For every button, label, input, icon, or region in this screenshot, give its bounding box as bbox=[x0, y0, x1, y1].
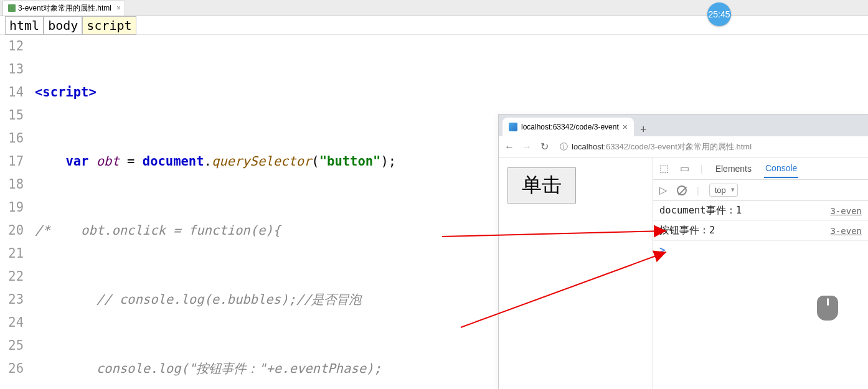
line-number: 21 bbox=[0, 242, 24, 265]
console-message: 按钮事件：2 bbox=[659, 224, 830, 237]
browser-tab-title: localhost:63342/code/3-event bbox=[521, 123, 619, 131]
browser-tab-bar: localhost:63342/code/3-event × + bbox=[499, 115, 868, 136]
timer-badge: 25:45 bbox=[707, 2, 731, 26]
browser-window: localhost:63342/code/3-event × + ← → ↻ ⓘ… bbox=[498, 114, 868, 389]
console-row[interactable]: 按钮事件：2 3-even bbox=[653, 221, 868, 241]
code-token: querySelector bbox=[212, 154, 311, 169]
devtools-tabs: ⬚ ▭ | Elements Console bbox=[653, 157, 868, 180]
line-number: 17 bbox=[0, 150, 24, 173]
inspect-icon[interactable]: ⬚ bbox=[659, 162, 669, 174]
console-output[interactable]: document事件：1 3-even 按钮事件：2 3-even > bbox=[653, 201, 868, 389]
code-token: ( bbox=[311, 154, 319, 169]
code-comment: console.log("按钮事件："+e.eventPhase); bbox=[35, 361, 382, 376]
page-viewport[interactable]: 单击 bbox=[499, 157, 653, 389]
close-icon[interactable]: × bbox=[623, 122, 628, 132]
play-icon[interactable]: ▷ bbox=[659, 184, 667, 196]
site-icon bbox=[509, 123, 517, 131]
line-number: 15 bbox=[0, 104, 24, 127]
code-token: script bbox=[42, 85, 88, 100]
code-token: < bbox=[35, 85, 42, 100]
code-token: . bbox=[204, 154, 212, 169]
breadcrumb-script[interactable]: script bbox=[82, 16, 136, 35]
code-comment: /* obt.onclick = function(e){ bbox=[35, 223, 281, 238]
console-row[interactable]: document事件：1 3-even bbox=[653, 201, 868, 221]
device-icon[interactable]: ▭ bbox=[680, 162, 689, 174]
console-prompt[interactable]: > bbox=[653, 241, 868, 260]
line-number: 14 bbox=[0, 81, 24, 104]
console-message: document事件：1 bbox=[659, 204, 830, 217]
mouse-icon bbox=[817, 296, 838, 321]
ide-tab-title: 3-event对象常用的属性.html bbox=[18, 3, 111, 14]
line-number: 22 bbox=[0, 265, 24, 288]
code-token: = bbox=[120, 154, 143, 169]
breadcrumb-body[interactable]: body bbox=[44, 16, 82, 35]
breadcrumb-html[interactable]: html bbox=[5, 16, 44, 35]
browser-tab[interactable]: localhost:63342/code/3-event × bbox=[502, 118, 634, 136]
forward-icon[interactable]: → bbox=[521, 141, 532, 152]
line-number: 26 bbox=[0, 357, 24, 380]
code-token: obt bbox=[97, 154, 120, 169]
reload-icon[interactable]: ↻ bbox=[539, 141, 550, 152]
devtools-panel: ⬚ ▭ | Elements Console ▷ | top document事… bbox=[653, 157, 868, 389]
line-number: 23 bbox=[0, 288, 24, 311]
back-icon[interactable]: ← bbox=[504, 141, 515, 152]
browser-toolbar: ← → ↻ ⓘ localhost:63342/code/3-event对象常用… bbox=[499, 136, 868, 157]
console-source-link[interactable]: 3-even bbox=[830, 226, 862, 236]
line-number: 16 bbox=[0, 127, 24, 150]
new-tab-button[interactable]: + bbox=[634, 123, 653, 136]
line-number: 24 bbox=[0, 311, 24, 334]
url-path: :63342/code/3-event对象常用的属性.html bbox=[603, 142, 752, 151]
browser-body: 单击 ⬚ ▭ | Elements Console ▷ | top docume… bbox=[499, 157, 868, 389]
code-token: ) bbox=[380, 154, 388, 169]
line-number: 20 bbox=[0, 219, 24, 242]
url-host: localhost bbox=[572, 142, 603, 151]
code-token: var bbox=[65, 154, 88, 169]
close-icon[interactable]: × bbox=[116, 4, 121, 12]
file-icon bbox=[8, 4, 16, 12]
code-token: ; bbox=[389, 154, 396, 169]
line-number: 12 bbox=[0, 35, 24, 58]
info-icon[interactable]: ⓘ bbox=[560, 141, 568, 152]
ide-tab-bar: 3-event对象常用的属性.html × bbox=[0, 0, 868, 16]
code-token: "button" bbox=[319, 154, 381, 169]
code-token: document bbox=[143, 154, 204, 169]
line-number: 25 bbox=[0, 334, 24, 357]
console-toolbar: ▷ | top bbox=[653, 180, 868, 201]
console-source-link[interactable]: 3-even bbox=[830, 206, 862, 216]
line-gutter: 121314151617181920212223242526 bbox=[0, 35, 35, 389]
click-button[interactable]: 单击 bbox=[507, 167, 576, 204]
tab-console[interactable]: Console bbox=[764, 159, 798, 178]
address-bar[interactable]: ⓘ localhost:63342/code/3-event对象常用的属性.ht… bbox=[556, 141, 863, 152]
separator: | bbox=[697, 185, 699, 195]
context-select[interactable]: top bbox=[709, 184, 738, 197]
ide-file-tab[interactable]: 3-event对象常用的属性.html × bbox=[2, 1, 125, 16]
line-number: 13 bbox=[0, 58, 24, 81]
code-token: > bbox=[88, 85, 96, 100]
tab-elements[interactable]: Elements bbox=[714, 160, 753, 177]
separator: | bbox=[701, 164, 703, 174]
clear-icon[interactable] bbox=[677, 185, 687, 195]
breadcrumb: html body script bbox=[0, 16, 868, 35]
line-number: 18 bbox=[0, 173, 24, 196]
line-number: 19 bbox=[0, 196, 24, 219]
code-comment: // console.log(e.bubbles);//是否冒泡 bbox=[35, 292, 361, 307]
